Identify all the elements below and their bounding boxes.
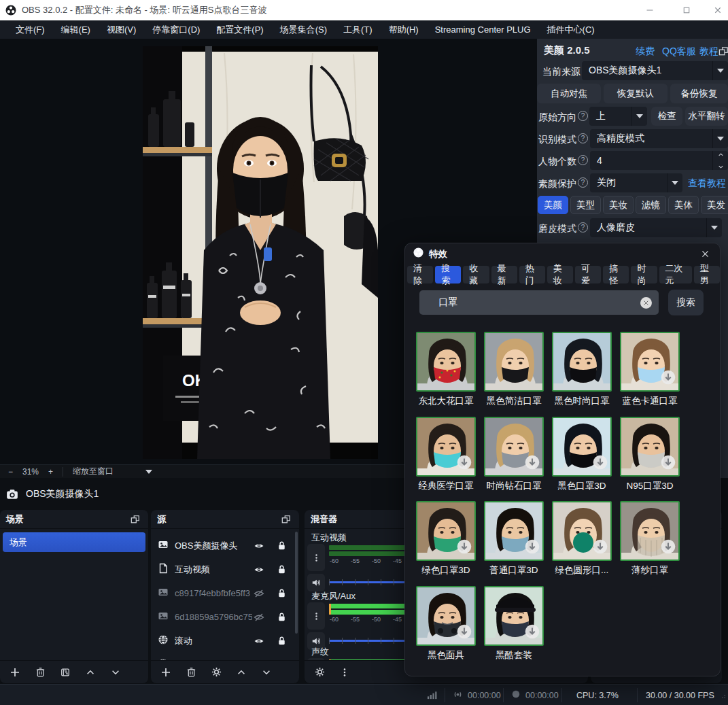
source-row-5[interactable]: 系统 [151, 653, 295, 660]
effects-tab-4[interactable]: 热门 [519, 266, 545, 283]
effects-tab-10[interactable]: 型男 [694, 266, 720, 283]
lock-icon[interactable] [275, 563, 288, 577]
autofocus-button[interactable]: 自动对焦 [537, 84, 601, 103]
menu-item-0[interactable]: 文件(F) [8, 20, 52, 39]
effect-thumbnail[interactable] [620, 417, 680, 477]
menu-item-6[interactable]: 工具(T) [336, 20, 380, 39]
effect-thumbnail[interactable] [552, 417, 612, 477]
visibility-eye-icon[interactable] [252, 563, 266, 577]
recognition-select[interactable]: 高精度模式 [590, 129, 728, 148]
resize-grip[interactable] [719, 685, 726, 705]
effect-thumbnail[interactable] [484, 501, 544, 561]
menu-item-3[interactable]: 停靠窗口(D) [145, 20, 207, 39]
source-row-4[interactable]: 滚动 [151, 629, 295, 653]
effect-thumbnail[interactable] [552, 501, 612, 561]
effect-thumbnail[interactable] [620, 332, 680, 392]
menu-item-2[interactable]: 视图(V) [99, 20, 143, 39]
menu-item-8[interactable]: Streaming Center PLUG [428, 20, 538, 39]
dialog-close-icon[interactable] [698, 247, 712, 261]
move-scene-up-button[interactable] [84, 666, 97, 679]
channel-menu-button[interactable] [307, 544, 325, 571]
orientation-select[interactable]: 上 [589, 107, 647, 126]
visibility-eye-icon[interactable] [252, 539, 266, 553]
download-icon[interactable] [525, 624, 540, 642]
tutorial-top-link[interactable]: 教程 [699, 46, 718, 58]
zoom-out-button[interactable]: − [8, 467, 13, 477]
smooth-mode-select[interactable]: 人像磨皮 [590, 218, 722, 237]
lock-icon[interactable] [275, 634, 288, 648]
add-source-button[interactable] [159, 666, 173, 679]
visibility-eye-off-icon[interactable] [252, 611, 266, 624]
effects-tab-1[interactable]: 搜索 [435, 266, 461, 283]
source-row-3[interactable]: 6d18859a5796bc75 [151, 605, 295, 629]
fit-to-window-select[interactable]: 缩放至窗口 [73, 466, 131, 477]
move-source-up-button[interactable] [235, 666, 248, 679]
horizontal-flip-button[interactable]: 水平翻转 [685, 107, 728, 126]
menu-item-4[interactable]: 配置文件(P) [209, 20, 271, 39]
backup-restore-button[interactable]: 备份恢复 [670, 84, 728, 103]
chevron-down-icon[interactable] [145, 470, 152, 474]
effect-thumbnail[interactable] [416, 417, 476, 477]
effects-tab-2[interactable]: 收藏 [463, 266, 489, 283]
add-scene-button[interactable] [8, 666, 22, 679]
menu-item-7[interactable]: 帮助(H) [381, 20, 426, 39]
lock-icon[interactable] [275, 539, 288, 553]
mute-speaker-button[interactable] [307, 574, 325, 591]
beauty-tab-3[interactable]: 滤镜 [636, 196, 666, 214]
download-icon[interactable] [661, 539, 676, 557]
source-row-1[interactable]: 互动视频 [151, 557, 295, 581]
spin-down-icon[interactable] [718, 161, 724, 172]
dock-popout-icon[interactable] [716, 44, 728, 58]
effects-tab-9[interactable]: 二次元 [659, 266, 692, 283]
effect-thumbnail[interactable] [484, 417, 544, 477]
move-scene-down-button[interactable] [109, 666, 122, 679]
source-properties-button[interactable] [209, 666, 223, 679]
source-row-0[interactable]: OBS美颜摄像头 [151, 534, 295, 557]
help-icon[interactable]: ? [578, 177, 588, 188]
effect-thumbnail[interactable] [416, 332, 476, 392]
help-icon[interactable]: ? [578, 133, 588, 143]
view-tutorial-link[interactable]: 查看教程 [688, 177, 726, 190]
visibility-eye-off-icon[interactable] [252, 587, 266, 600]
maximize-button[interactable] [671, 0, 702, 20]
mixer-menu-button[interactable] [338, 666, 351, 679]
remove-scene-button[interactable] [33, 666, 47, 679]
bare-face-select[interactable]: 关闭 [590, 173, 682, 192]
download-icon[interactable] [661, 370, 676, 388]
effects-tab-0[interactable]: 清除 [407, 266, 433, 283]
beauty-tab-1[interactable]: 美型 [570, 196, 601, 214]
effects-tab-8[interactable]: 时尚 [631, 266, 657, 283]
menu-item-9[interactable]: 插件中心(C) [540, 20, 602, 39]
effects-tab-7[interactable]: 搞怪 [603, 266, 629, 283]
download-icon[interactable] [525, 539, 540, 557]
download-icon[interactable] [457, 539, 472, 557]
lock-icon[interactable] [275, 587, 288, 600]
move-source-down-button[interactable] [260, 666, 273, 679]
effect-thumbnail[interactable] [416, 586, 476, 646]
effects-search-button[interactable]: 搜索 [668, 290, 704, 315]
current-source-select[interactable]: OBS美颜摄像头1 [582, 61, 728, 80]
download-icon[interactable] [525, 455, 540, 472]
zoom-in-button[interactable]: + [48, 467, 53, 477]
qq-support-link[interactable]: QQ客服 [662, 46, 696, 58]
menu-item-1[interactable]: 编辑(E) [54, 20, 98, 39]
sources-scrollbar[interactable] [295, 532, 298, 634]
clear-search-icon[interactable] [640, 297, 652, 309]
restore-default-button[interactable]: 恢复默认 [604, 84, 668, 103]
minimize-button[interactable] [634, 0, 665, 20]
remove-source-button[interactable] [184, 666, 198, 679]
effect-thumbnail[interactable] [620, 501, 680, 561]
download-icon[interactable] [457, 455, 472, 472]
help-icon[interactable]: ? [578, 155, 588, 165]
check-button[interactable]: 检查 [651, 107, 682, 126]
visibility-eye-icon[interactable] [252, 634, 266, 648]
dock-popout-icon[interactable] [279, 513, 293, 526]
spin-up-icon[interactable] [718, 149, 724, 160]
source-row-2[interactable]: c8917f4ebbfbfe5ff3 [151, 581, 295, 605]
download-icon[interactable] [457, 624, 472, 642]
menu-item-5[interactable]: 场景集合(S) [273, 20, 334, 39]
help-icon[interactable]: ? [578, 111, 588, 121]
dock-popout-icon[interactable] [128, 513, 142, 526]
renew-link[interactable]: 续费 [636, 46, 655, 58]
effect-thumbnail[interactable] [484, 586, 544, 646]
